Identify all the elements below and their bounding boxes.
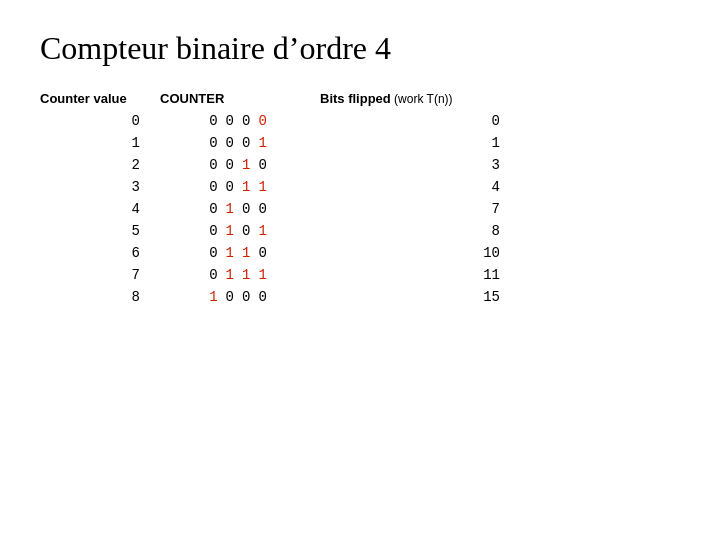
bit-value: 0 xyxy=(258,113,270,129)
table-row: 0 xyxy=(320,110,520,132)
bit-value: 1 xyxy=(242,267,254,283)
header-bits-flipped: Bits flipped (work T(n)) xyxy=(320,91,520,106)
bit-value: 0 xyxy=(209,135,221,151)
bit-value: 1 xyxy=(258,267,270,283)
table-row: 6 xyxy=(40,242,160,264)
bits-flipped-rows: 013478101115 xyxy=(320,110,520,308)
table-row: 1000 xyxy=(160,286,320,308)
table-row: 0110 xyxy=(160,242,320,264)
table-row: 7 xyxy=(320,198,520,220)
table-row: 0 xyxy=(40,110,160,132)
bit-value: 1 xyxy=(258,223,270,239)
table-row: 8 xyxy=(40,286,160,308)
header-counter-value: Counter value xyxy=(40,91,160,106)
bit-value: 0 xyxy=(209,179,221,195)
col-counter: COUNTER 00000001001000110100010101100111… xyxy=(160,91,320,308)
bit-value: 1 xyxy=(242,179,254,195)
table-row: 0010 xyxy=(160,154,320,176)
page-title: Compteur binaire d’ordre 4 xyxy=(40,30,680,67)
bit-value: 0 xyxy=(226,179,238,195)
bit-value: 1 xyxy=(226,245,238,261)
table-row: 0101 xyxy=(160,220,320,242)
bit-value: 0 xyxy=(258,201,270,217)
bit-value: 1 xyxy=(226,267,238,283)
bit-value: 1 xyxy=(209,289,221,305)
bit-value: 0 xyxy=(258,245,270,261)
bit-value: 0 xyxy=(209,267,221,283)
bit-value: 0 xyxy=(226,157,238,173)
table-row: 8 xyxy=(320,220,520,242)
col-bits-flipped: Bits flipped (work T(n)) 013478101115 xyxy=(320,91,520,308)
bit-value: 1 xyxy=(258,179,270,195)
bit-value: 1 xyxy=(242,245,254,261)
bit-value: 0 xyxy=(242,135,254,151)
col-counter-value: Counter value 012345678 xyxy=(40,91,160,308)
table-row: 4 xyxy=(320,176,520,198)
table-row: 10 xyxy=(320,242,520,264)
bit-value: 0 xyxy=(258,289,270,305)
table-row: 0100 xyxy=(160,198,320,220)
bit-value: 1 xyxy=(258,135,270,151)
bit-value: 0 xyxy=(242,113,254,129)
bit-value: 0 xyxy=(226,289,238,305)
bit-value: 0 xyxy=(242,201,254,217)
table-row: 5 xyxy=(40,220,160,242)
bit-value: 0 xyxy=(209,157,221,173)
table-row: 15 xyxy=(320,286,520,308)
page: Compteur binaire d’ordre 4 Counter value… xyxy=(0,0,720,540)
table-row: 3 xyxy=(320,154,520,176)
bit-value: 0 xyxy=(242,289,254,305)
table-row: 0001 xyxy=(160,132,320,154)
table-row: 7 xyxy=(40,264,160,286)
bit-value: 0 xyxy=(209,223,221,239)
bit-value: 1 xyxy=(226,223,238,239)
bit-value: 1 xyxy=(226,201,238,217)
counter-rows: 000000010010001101000101011001111000 xyxy=(160,110,320,308)
bit-value: 0 xyxy=(209,245,221,261)
table-row: 0011 xyxy=(160,176,320,198)
data-table: Counter value 012345678 COUNTER 00000001… xyxy=(40,91,680,308)
header-counter: COUNTER xyxy=(160,91,320,106)
bit-value: 0 xyxy=(226,135,238,151)
bit-value: 0 xyxy=(258,157,270,173)
table-row: 1 xyxy=(320,132,520,154)
counter-value-rows: 012345678 xyxy=(40,110,160,308)
bit-value: 0 xyxy=(242,223,254,239)
bit-value: 0 xyxy=(209,201,221,217)
table-row: 0000 xyxy=(160,110,320,132)
table-row: 1 xyxy=(40,132,160,154)
bit-value: 1 xyxy=(242,157,254,173)
bit-value: 0 xyxy=(209,113,221,129)
bit-value: 0 xyxy=(226,113,238,129)
table-row: 3 xyxy=(40,176,160,198)
table-row: 4 xyxy=(40,198,160,220)
table-row: 11 xyxy=(320,264,520,286)
table-row: 0111 xyxy=(160,264,320,286)
table-row: 2 xyxy=(40,154,160,176)
